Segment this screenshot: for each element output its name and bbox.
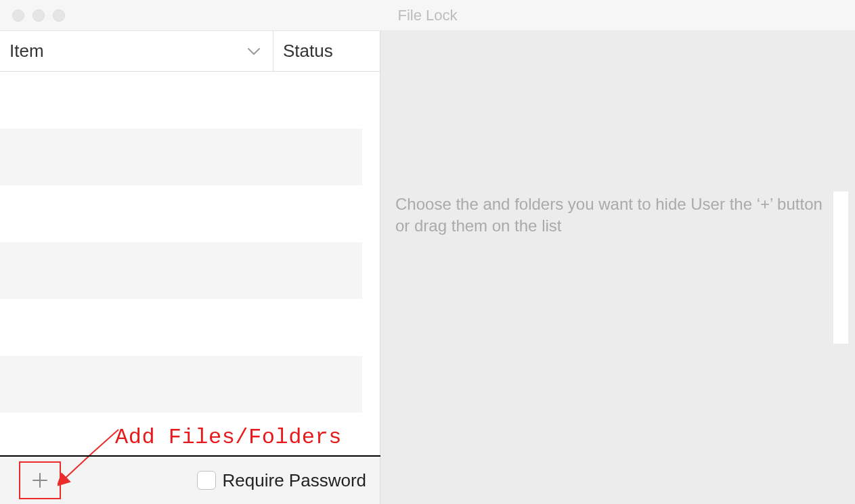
empty-state-hint: Choose the and folders you want to hide … <box>395 193 825 237</box>
table-row <box>0 356 362 413</box>
content-body: Item Status Add Files/Folders <box>0 31 855 504</box>
window-controls <box>12 9 65 22</box>
scrollbar-thumb[interactable] <box>833 191 848 344</box>
left-panel-footer: Require Password <box>0 457 380 504</box>
column-header-item[interactable]: Item <box>0 31 273 71</box>
titlebar: File Lock <box>0 0 855 31</box>
require-password-option: Require Password <box>197 470 366 491</box>
chevron-down-icon <box>244 42 263 61</box>
table-row <box>0 242 362 299</box>
file-list[interactable]: Add Files/Folders <box>0 72 362 457</box>
column-header-status-label: Status <box>283 41 333 62</box>
plus-icon <box>30 471 49 490</box>
minimize-window-button[interactable] <box>32 9 45 22</box>
window-title: File Lock <box>0 7 855 24</box>
table-header-row: Item Status <box>0 31 380 72</box>
column-header-item-label: Item <box>9 41 44 62</box>
right-panel: Choose the and folders you want to hide … <box>380 31 855 504</box>
table-row <box>0 72 362 129</box>
table-row <box>0 299 362 356</box>
close-window-button[interactable] <box>12 9 24 22</box>
annotation-label: Add Files/Folders <box>115 425 342 450</box>
table-row <box>0 129 362 185</box>
app-window: File Lock Item Status <box>0 0 855 504</box>
add-button[interactable] <box>19 461 61 499</box>
left-panel: Item Status Add Files/Folders <box>0 31 380 504</box>
zoom-window-button[interactable] <box>53 9 65 22</box>
require-password-checkbox[interactable] <box>197 471 216 490</box>
table-row <box>0 185 362 242</box>
column-header-status[interactable]: Status <box>273 31 380 71</box>
list-divider <box>0 455 380 457</box>
require-password-label: Require Password <box>223 470 366 491</box>
